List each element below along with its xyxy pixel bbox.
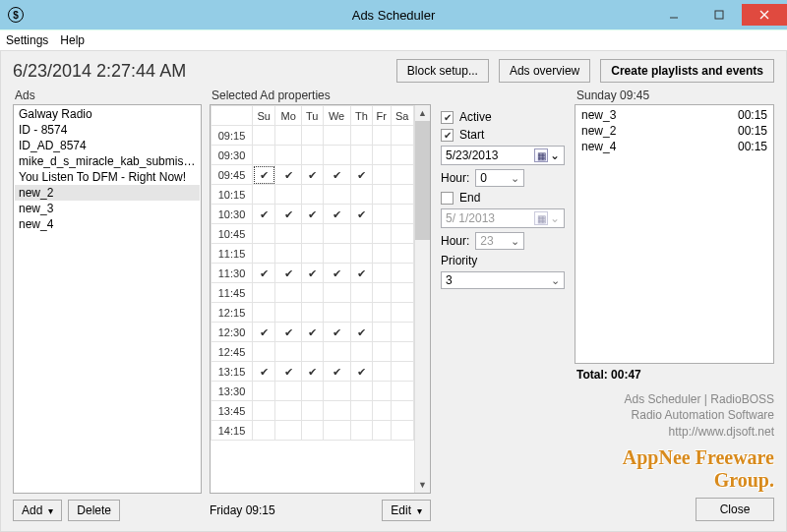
ads-list-item[interactable]: Galway Radio	[15, 106, 200, 122]
time-cell[interactable]: 10:30	[212, 205, 253, 224]
time-cell[interactable]: 12:15	[212, 303, 253, 323]
slot-cell[interactable]	[323, 362, 350, 382]
scroll-down-icon[interactable]: ▼	[415, 477, 430, 493]
time-cell[interactable]: 11:45	[212, 283, 253, 303]
schedule-grid[interactable]: SuMoTuWeThFrSa09:1509:3009:4510:1510:301…	[210, 104, 431, 494]
slot-cell[interactable]	[275, 244, 301, 264]
slot-cell[interactable]	[253, 244, 275, 264]
slot-cell[interactable]	[275, 342, 301, 362]
slot-cell[interactable]	[301, 205, 323, 224]
slot-cell[interactable]	[253, 283, 275, 303]
slot-cell[interactable]	[391, 342, 414, 362]
create-playlists-button[interactable]: Create playlists and events	[600, 59, 774, 83]
slot-cell[interactable]	[275, 323, 301, 342]
ads-list-item[interactable]: ID - 8574	[15, 122, 200, 138]
slot-cell[interactable]	[275, 146, 301, 165]
time-cell[interactable]: 09:45	[212, 165, 253, 185]
slot-cell[interactable]	[391, 283, 414, 303]
priority-dropdown[interactable]: 3	[441, 271, 565, 289]
slot-cell[interactable]	[275, 185, 301, 205]
slot-cell[interactable]	[253, 323, 275, 342]
slot-cell[interactable]	[301, 401, 323, 421]
slot-cell[interactable]	[373, 205, 391, 224]
slot-cell[interactable]	[350, 342, 372, 362]
ads-list-item[interactable]: new_2	[15, 185, 200, 201]
slot-cell[interactable]	[391, 323, 414, 342]
delete-button[interactable]: Delete	[68, 500, 120, 521]
slot-cell[interactable]	[253, 401, 275, 421]
time-cell[interactable]: 13:45	[212, 401, 253, 421]
slot-cell[interactable]	[373, 342, 391, 362]
playlist-item[interactable]: new_400:15	[577, 139, 771, 154]
slot-cell[interactable]	[275, 421, 301, 441]
ads-list-item[interactable]: You Listen To DFM - Right Now!	[15, 169, 200, 185]
slot-cell[interactable]	[323, 165, 350, 185]
slot-cell[interactable]	[323, 303, 350, 323]
slot-cell[interactable]	[350, 382, 372, 401]
block-setup-button[interactable]: Block setup...	[396, 59, 489, 83]
playlist-item[interactable]: new_300:15	[577, 107, 771, 123]
slot-cell[interactable]	[253, 224, 275, 244]
time-cell[interactable]: 10:45	[212, 224, 253, 244]
active-checkbox[interactable]	[441, 111, 454, 124]
slot-cell[interactable]	[373, 165, 391, 185]
ads-list-item[interactable]: mike_d_s_miracle_kab_submiss...	[15, 153, 200, 169]
start-hour-dropdown[interactable]: 0	[475, 169, 524, 187]
time-cell[interactable]: 11:15	[212, 244, 253, 264]
slot-cell[interactable]	[350, 146, 372, 165]
slot-cell[interactable]	[373, 401, 391, 421]
slot-cell[interactable]	[350, 224, 372, 244]
slot-cell[interactable]	[301, 283, 323, 303]
start-date-input[interactable]: 5/23/2013 ⌄	[441, 146, 565, 165]
slot-cell[interactable]	[323, 185, 350, 205]
slot-cell[interactable]	[323, 342, 350, 362]
close-button[interactable]: Close	[696, 498, 774, 521]
schedule-table[interactable]: SuMoTuWeThFrSa09:1509:3009:4510:1510:301…	[211, 105, 414, 441]
add-button[interactable]: Add	[13, 500, 62, 521]
slot-cell[interactable]	[301, 382, 323, 401]
slot-cell[interactable]	[275, 126, 301, 146]
slot-cell[interactable]	[253, 382, 275, 401]
maximize-button[interactable]	[696, 4, 742, 26]
scroll-up-icon[interactable]: ▲	[415, 105, 430, 121]
slot-cell[interactable]	[350, 205, 372, 224]
playlist-listbox[interactable]: new_300:15new_200:15new_400:15	[575, 104, 774, 364]
slot-cell[interactable]	[373, 421, 391, 441]
slot-cell[interactable]	[275, 165, 301, 185]
slot-cell[interactable]	[275, 362, 301, 382]
slot-cell[interactable]	[391, 421, 414, 441]
slot-cell[interactable]	[301, 185, 323, 205]
slot-cell[interactable]	[373, 224, 391, 244]
slot-cell[interactable]	[275, 283, 301, 303]
slot-cell[interactable]	[301, 362, 323, 382]
slot-cell[interactable]	[350, 165, 372, 185]
time-cell[interactable]: 09:15	[212, 126, 253, 146]
slot-cell[interactable]	[323, 283, 350, 303]
slot-cell[interactable]	[301, 264, 323, 283]
time-cell[interactable]: 10:15	[212, 185, 253, 205]
slot-cell[interactable]	[253, 362, 275, 382]
time-cell[interactable]: 12:45	[212, 342, 253, 362]
time-cell[interactable]: 12:30	[212, 323, 253, 342]
slot-cell[interactable]	[350, 126, 372, 146]
slot-cell[interactable]	[391, 303, 414, 323]
slot-cell[interactable]	[253, 303, 275, 323]
slot-cell[interactable]	[350, 303, 372, 323]
slot-cell[interactable]	[350, 362, 372, 382]
slot-cell[interactable]	[301, 244, 323, 264]
slot-cell[interactable]	[391, 126, 414, 146]
slot-cell[interactable]	[323, 421, 350, 441]
slot-cell[interactable]	[323, 382, 350, 401]
slot-cell[interactable]	[391, 146, 414, 165]
slot-cell[interactable]	[373, 264, 391, 283]
slot-cell[interactable]	[350, 244, 372, 264]
slot-cell[interactable]	[373, 185, 391, 205]
ads-overview-button[interactable]: Ads overview	[499, 59, 590, 83]
calendar-icon[interactable]	[534, 148, 548, 162]
slot-cell[interactable]	[373, 283, 391, 303]
minimize-button[interactable]	[651, 4, 696, 26]
slot-cell[interactable]	[373, 146, 391, 165]
slot-cell[interactable]	[301, 421, 323, 441]
slot-cell[interactable]	[275, 401, 301, 421]
slot-cell[interactable]	[323, 264, 350, 283]
